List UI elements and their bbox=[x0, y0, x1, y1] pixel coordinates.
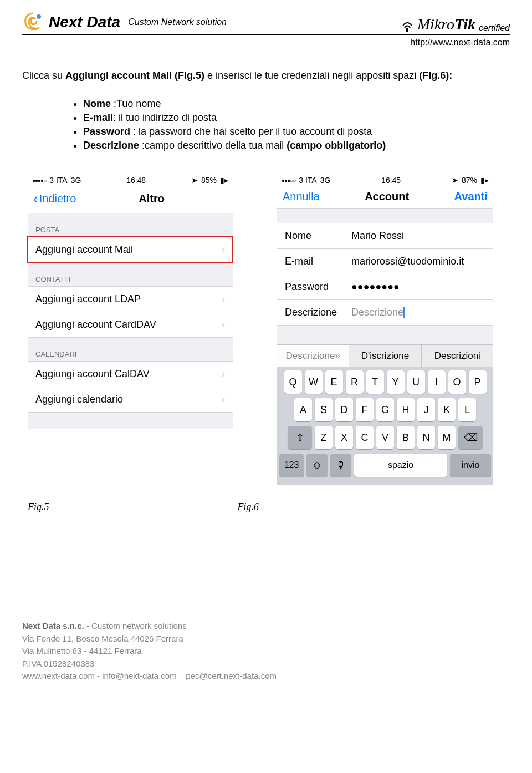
key-v[interactable]: V bbox=[376, 426, 394, 449]
chevron-left-icon: ‹ bbox=[33, 190, 38, 207]
section-header: POSTA bbox=[28, 213, 233, 237]
suggestion[interactable]: Descrizioni bbox=[422, 345, 493, 367]
key-r[interactable]: R bbox=[346, 370, 364, 394]
key-s[interactable]: S bbox=[315, 398, 332, 421]
chevron-right-icon: › bbox=[222, 368, 225, 380]
key-n[interactable]: N bbox=[417, 426, 435, 449]
form-row-email[interactable]: E-mail mariorossi@tuodominio.it bbox=[277, 249, 493, 274]
intro-text: Clicca su Aggiungi account Mail (Fig.5) … bbox=[22, 70, 510, 82]
svg-point-0 bbox=[37, 14, 41, 19]
screenshot-fig5: ●●●●○ 3 ITA 3G 16:48 ➤ 85% ▮▸ ‹ Indietro… bbox=[28, 174, 233, 429]
list-item-add-calendar[interactable]: Aggiungi calendario › bbox=[28, 387, 233, 413]
key-123[interactable]: 123 bbox=[279, 454, 304, 477]
key-p[interactable]: P bbox=[469, 370, 487, 394]
section-header: CONTATTI bbox=[28, 263, 233, 287]
key-d[interactable]: D bbox=[335, 398, 353, 421]
screenshot-fig6: ●●●○○ 3 ITA 3G 16:45 ➤ 87% ▮▸ Annulla Ac… bbox=[277, 174, 493, 485]
location-icon: ➤ bbox=[452, 176, 458, 185]
form-row-password[interactable]: Password ●●●●●●●● bbox=[277, 274, 493, 300]
key-mic[interactable]: 🎙 bbox=[330, 454, 351, 477]
key-m[interactable]: M bbox=[438, 426, 456, 449]
swirl-logo-icon bbox=[22, 11, 44, 33]
brand-tagline: Custom Network solution bbox=[128, 17, 227, 27]
back-button[interactable]: ‹ Indietro bbox=[33, 190, 76, 207]
cancel-button[interactable]: Annulla bbox=[283, 190, 320, 203]
key-q[interactable]: Q bbox=[284, 370, 302, 394]
nav-title: Account bbox=[365, 190, 409, 203]
key-h[interactable]: H bbox=[397, 398, 415, 421]
battery-icon: ▮▸ bbox=[220, 176, 228, 185]
list-item-add-carddav[interactable]: Aggiungi account CardDAV › bbox=[28, 312, 233, 338]
key-a[interactable]: A bbox=[294, 398, 312, 421]
status-bar: ●●●●○ 3 ITA 3G 16:48 ➤ 85% ▮▸ bbox=[28, 174, 233, 187]
key-i[interactable]: I bbox=[428, 370, 446, 394]
key-backspace[interactable]: ⌫ bbox=[458, 426, 483, 449]
key-x[interactable]: X bbox=[335, 426, 353, 449]
key-e[interactable]: E bbox=[325, 370, 343, 394]
key-t[interactable]: T bbox=[366, 370, 384, 394]
key-enter[interactable]: invio bbox=[450, 454, 491, 477]
key-z[interactable]: Z bbox=[315, 426, 332, 449]
wifi-icon bbox=[401, 18, 414, 33]
section-header: CALENDARI bbox=[28, 338, 233, 362]
key-f[interactable]: F bbox=[356, 398, 374, 421]
list-item-add-caldav[interactable]: Aggiungi account CalDAV › bbox=[28, 361, 233, 387]
next-button[interactable]: Avanti bbox=[454, 190, 488, 203]
certified-label: certified bbox=[479, 23, 510, 33]
page-header: Next Data Custom Network solution MikroT… bbox=[22, 11, 510, 35]
location-icon: ➤ bbox=[191, 176, 198, 185]
key-c[interactable]: C bbox=[356, 426, 374, 449]
key-o[interactable]: O bbox=[448, 370, 466, 394]
key-w[interactable]: W bbox=[305, 370, 323, 394]
status-bar: ●●●○○ 3 ITA 3G 16:45 ➤ 87% ▮▸ bbox=[277, 174, 493, 187]
key-u[interactable]: U bbox=[407, 370, 425, 394]
key-k[interactable]: K bbox=[438, 398, 456, 421]
list-item-add-ldap[interactable]: Aggiungi account LDAP › bbox=[28, 286, 233, 312]
header-url: http://www.next-data.com bbox=[22, 38, 510, 48]
partner-logo: MikroTik bbox=[417, 16, 475, 33]
mic-icon: 🎙 bbox=[336, 460, 346, 471]
nav-title: Altro bbox=[139, 192, 165, 205]
credential-bullets: Nome :Tuo nome E-mail: il tuo indirizzo … bbox=[61, 98, 510, 151]
page-footer: Next Data s.n.c. - Custom network soluti… bbox=[22, 613, 510, 683]
key-l[interactable]: L bbox=[458, 398, 476, 421]
figure-captions: Fig.5 Fig.6 bbox=[28, 501, 510, 513]
svg-rect-1 bbox=[406, 28, 408, 32]
nav-bar: ‹ Indietro Altro bbox=[28, 187, 233, 213]
key-emoji[interactable]: ☺ bbox=[306, 454, 328, 477]
key-shift[interactable]: ⇧ bbox=[288, 426, 312, 449]
nav-bar: Annulla Account Avanti bbox=[277, 187, 493, 209]
suggestion[interactable]: Descrizione» bbox=[277, 345, 349, 367]
key-space[interactable]: spazio bbox=[354, 454, 447, 477]
key-y[interactable]: Y bbox=[387, 370, 405, 394]
chevron-right-icon: › bbox=[222, 293, 225, 305]
suggestion[interactable]: D'iscrizione bbox=[349, 345, 421, 367]
key-j[interactable]: J bbox=[417, 398, 435, 421]
key-b[interactable]: B bbox=[397, 426, 415, 449]
chevron-right-icon: › bbox=[222, 244, 225, 256]
form-row-description[interactable]: Descrizione Descrizione bbox=[277, 300, 493, 326]
chevron-right-icon: › bbox=[222, 394, 225, 405]
list-item-add-mail[interactable]: Aggiungi account Mail › bbox=[28, 237, 233, 263]
battery-icon: ▮▸ bbox=[480, 176, 489, 185]
key-g[interactable]: G bbox=[376, 398, 394, 421]
keyboard-suggestions: Descrizione» D'iscrizione Descrizioni bbox=[277, 344, 493, 367]
keyboard: QWERTYUIOP ASDFGHJKL ⇧ZXCVBNM⌫ 123 ☺ 🎙 s… bbox=[277, 367, 493, 485]
brand-name: Next Data bbox=[49, 13, 120, 31]
form-row-name[interactable]: Nome Mario Rossi bbox=[277, 223, 493, 249]
chevron-right-icon: › bbox=[222, 319, 225, 330]
